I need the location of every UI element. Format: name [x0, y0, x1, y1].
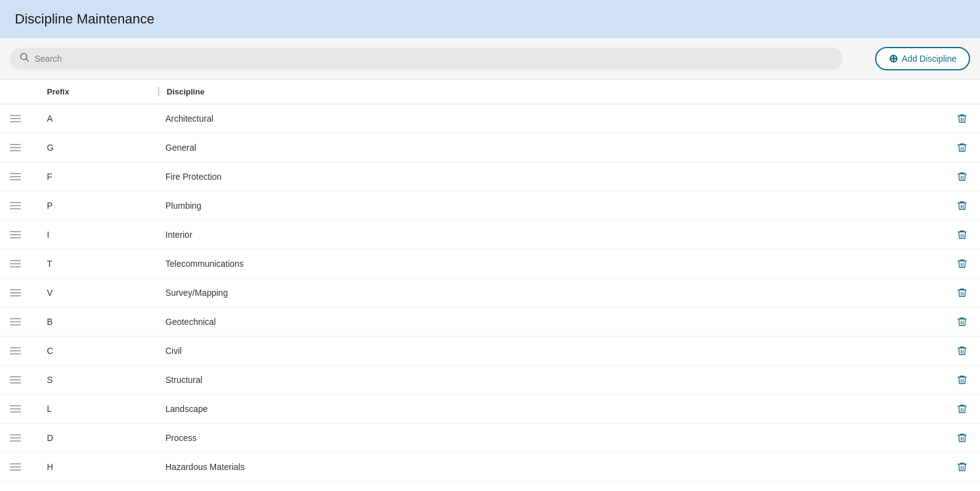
table-row: D Process — [0, 424, 980, 453]
discipline-cell: Geotechnical — [158, 317, 939, 327]
delete-button[interactable] — [954, 430, 970, 446]
delete-button[interactable] — [954, 140, 970, 156]
drag-handle[interactable] — [10, 260, 22, 267]
drag-handle[interactable] — [10, 318, 22, 325]
drag-handle[interactable] — [10, 434, 22, 442]
drag-handle[interactable] — [10, 173, 22, 180]
prefix-cell: V — [47, 288, 158, 298]
toolbar: ⊕ Add Discipline — [0, 38, 980, 80]
col-discipline: Discipline — [158, 87, 939, 96]
trash-icon — [957, 374, 968, 385]
prefix-cell: D — [47, 433, 158, 443]
prefix-cell: P — [47, 201, 158, 211]
trash-icon — [957, 142, 968, 153]
col-actions — [939, 87, 970, 96]
discipline-cell: Interior — [158, 230, 939, 240]
discipline-cell: Fire Protection — [158, 172, 939, 182]
delete-button[interactable] — [954, 314, 970, 330]
table-row: L Landscape — [0, 395, 980, 424]
discipline-cell: Survey/Mapping — [158, 288, 939, 298]
table-row: F Fire Protection — [0, 162, 980, 191]
trash-icon — [957, 258, 968, 269]
trash-icon — [957, 432, 968, 443]
prefix-cell: S — [47, 375, 158, 385]
trash-icon — [957, 113, 968, 124]
discipline-table: Prefix Discipline A Architectural — [0, 80, 980, 491]
delete-button[interactable] — [954, 488, 970, 491]
search-icon — [20, 52, 30, 65]
page-title: Discipline Maintenance — [15, 11, 965, 27]
drag-handle[interactable] — [10, 463, 22, 471]
discipline-cell: Architectural — [158, 114, 939, 124]
add-discipline-button[interactable]: ⊕ Add Discipline — [875, 47, 970, 70]
trash-icon — [957, 229, 968, 240]
search-wrapper — [10, 48, 843, 70]
discipline-cell: Landscape — [158, 404, 939, 414]
delete-button[interactable] — [954, 401, 970, 417]
delete-button[interactable] — [954, 285, 970, 301]
discipline-cell: Telecommunications — [158, 259, 939, 269]
discipline-cell: Hazardous Materials — [158, 462, 939, 472]
col-prefix: Prefix — [47, 87, 158, 96]
trash-icon — [957, 461, 968, 472]
prefix-cell: C — [47, 346, 158, 356]
delete-button[interactable] — [954, 459, 970, 475]
search-input[interactable] — [35, 54, 833, 64]
trash-icon — [957, 171, 968, 182]
drag-handle[interactable] — [10, 376, 22, 384]
table-row: Q Equipment — [0, 482, 980, 491]
drag-handle[interactable] — [10, 231, 22, 238]
table-row: C Civil — [0, 337, 980, 366]
prefix-cell: H — [47, 462, 158, 472]
table-row: I Interior — [0, 220, 980, 250]
prefix-cell: L — [47, 404, 158, 414]
drag-handle[interactable] — [10, 405, 22, 413]
col-drag — [10, 87, 47, 96]
discipline-cell: General — [158, 143, 939, 153]
trash-icon — [957, 345, 968, 356]
page-header: Discipline Maintenance — [0, 0, 980, 38]
table-row: G General — [0, 133, 980, 162]
drag-handle[interactable] — [10, 144, 22, 151]
table-row: T Telecommunications — [0, 250, 980, 279]
delete-button[interactable] — [954, 111, 970, 127]
trash-icon — [957, 403, 968, 414]
trash-icon — [957, 200, 968, 211]
discipline-cell: Process — [158, 433, 939, 443]
trash-icon — [957, 287, 968, 298]
prefix-cell: A — [47, 114, 158, 124]
discipline-cell: Structural — [158, 375, 939, 385]
discipline-cell: Plumbing — [158, 201, 939, 211]
table-body: A Architectural G General — [0, 104, 980, 491]
table-row: P Plumbing — [0, 191, 980, 220]
svg-line-1 — [27, 59, 29, 62]
add-button-label: Add Discipline — [902, 54, 957, 64]
delete-button[interactable] — [954, 256, 970, 272]
table-row: H Hazardous Materials — [0, 453, 980, 482]
plus-icon: ⊕ — [889, 53, 898, 64]
drag-handle[interactable] — [10, 115, 22, 122]
delete-button[interactable] — [954, 169, 970, 185]
prefix-cell: B — [47, 317, 158, 327]
drag-handle[interactable] — [10, 289, 22, 296]
delete-button[interactable] — [954, 198, 970, 214]
prefix-cell: G — [47, 143, 158, 153]
drag-handle[interactable] — [10, 347, 22, 355]
table-header: Prefix Discipline — [0, 80, 980, 104]
prefix-cell: T — [47, 259, 158, 269]
drag-handle[interactable] — [10, 202, 22, 209]
delete-button[interactable] — [954, 343, 970, 359]
prefix-cell: I — [47, 230, 158, 240]
trash-icon — [957, 316, 968, 327]
discipline-cell: Civil — [158, 346, 939, 356]
delete-button[interactable] — [954, 372, 970, 388]
table-row: V Survey/Mapping — [0, 279, 980, 308]
delete-button[interactable] — [954, 227, 970, 243]
table-row: S Structural — [0, 366, 980, 395]
prefix-cell: F — [47, 172, 158, 182]
table-row: A Architectural — [0, 104, 980, 133]
table-row: B Geotechnical — [0, 308, 980, 337]
